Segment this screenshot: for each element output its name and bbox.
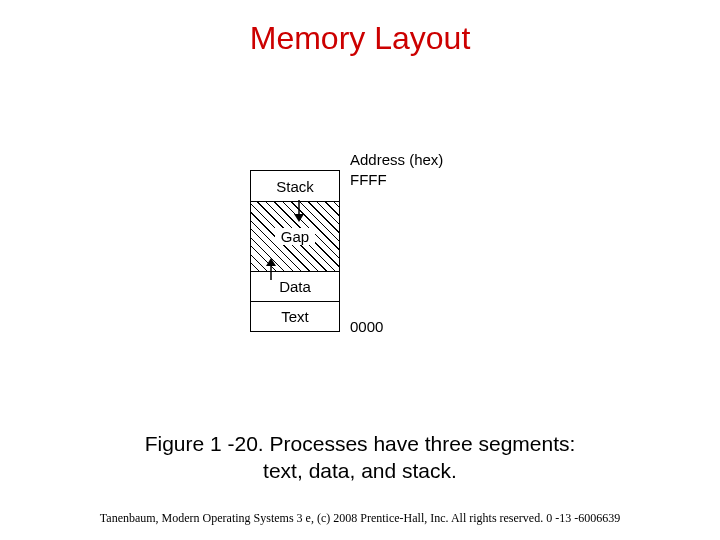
memory-diagram: Address (hex) FFFF Stack Gap Data Text 0… xyxy=(0,150,720,400)
page-title: Memory Layout xyxy=(0,0,720,57)
address-top-value: FFFF xyxy=(350,171,387,188)
segment-text: Text xyxy=(251,301,339,331)
svg-marker-1 xyxy=(294,214,304,222)
data-grows-up-arrow-icon xyxy=(264,258,278,284)
caption-line-1: Figure 1 -20. Processes have three segme… xyxy=(145,432,576,455)
memory-box: Stack Gap Data Text xyxy=(250,170,340,332)
gap-label: Gap xyxy=(275,228,315,245)
address-top-label: Address (hex) FFFF xyxy=(350,150,443,189)
figure-caption: Figure 1 -20. Processes have three segme… xyxy=(0,430,720,485)
address-hex-label: Address (hex) xyxy=(350,151,443,168)
copyright-footer: Tanenbaum, Modern Operating Systems 3 e,… xyxy=(0,511,720,526)
segment-stack: Stack xyxy=(251,171,339,201)
address-bottom-value: 0000 xyxy=(350,318,383,335)
caption-line-2: text, data, and stack. xyxy=(263,459,457,482)
svg-marker-3 xyxy=(266,258,276,266)
